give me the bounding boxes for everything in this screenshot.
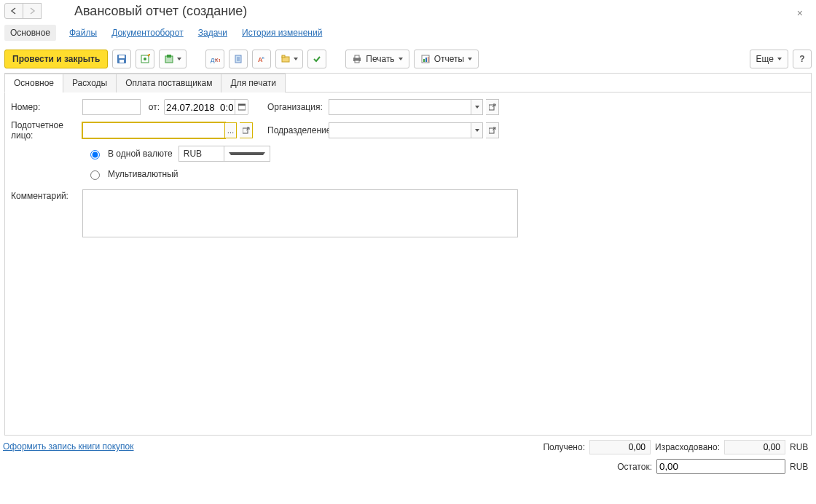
comment-input[interactable] <box>82 189 518 237</box>
multi-currency-radio[interactable] <box>90 170 100 180</box>
navlink-main[interactable]: Основное <box>4 25 56 41</box>
person-label: Подотчетное лицо: <box>11 120 78 141</box>
date-input[interactable] <box>165 100 235 114</box>
person-open-icon[interactable] <box>240 122 253 138</box>
from-label: от: <box>145 102 160 112</box>
navlink-history[interactable]: История изменений <box>240 26 323 39</box>
balance-value <box>656 459 785 474</box>
currency-select[interactable]: RUB <box>178 146 270 162</box>
svg-rect-26 <box>489 105 494 110</box>
print-label: Печать <box>366 54 394 64</box>
dept-label: Подразделение: <box>267 125 324 135</box>
number-label: Номер: <box>11 102 78 112</box>
spent-value <box>724 440 785 454</box>
svg-text:Кт: Кт <box>215 57 220 63</box>
svg-rect-6 <box>167 55 171 58</box>
dept-dropdown-icon[interactable] <box>471 122 483 138</box>
calendar-icon[interactable] <box>235 100 248 114</box>
svg-rect-22 <box>425 58 427 62</box>
forward-button[interactable] <box>23 3 42 19</box>
currency1: RUB <box>790 442 812 452</box>
post-icon[interactable] <box>136 50 154 68</box>
attachments-icon[interactable] <box>275 50 303 68</box>
dept-open-icon[interactable] <box>486 122 499 138</box>
reports-label: Отчеты <box>434 54 464 64</box>
help-button[interactable]: ? <box>793 50 812 68</box>
page-title: Авансовый отчет (создание) <box>74 4 247 19</box>
org-dropdown-icon[interactable] <box>471 99 483 115</box>
currency-dropdown-icon[interactable] <box>224 146 270 161</box>
create-based-on-icon[interactable] <box>159 50 187 68</box>
save-icon[interactable] <box>112 50 131 68</box>
single-currency-radio[interactable] <box>90 150 100 160</box>
printer-icon <box>352 54 362 64</box>
multi-currency-label: Мультивалютный <box>108 169 178 179</box>
svg-rect-25 <box>238 104 246 106</box>
currency-value: RUB <box>179 149 224 159</box>
currency2: RUB <box>790 462 812 472</box>
related-docs-icon[interactable]: Ак <box>252 50 271 68</box>
navlink-tasks[interactable]: Задачи <box>197 26 229 39</box>
person-input[interactable] <box>82 122 225 138</box>
back-button[interactable] <box>4 3 23 19</box>
tab-pay-suppliers[interactable]: Оплата поставщикам <box>116 74 221 92</box>
received-value <box>589 440 651 454</box>
org-input[interactable] <box>329 99 471 115</box>
balance-label: Остаток: <box>617 462 652 472</box>
more-button[interactable]: Еще <box>750 50 788 68</box>
dept-input[interactable] <box>329 122 471 138</box>
svg-rect-18 <box>355 55 359 58</box>
svg-rect-27 <box>243 128 248 133</box>
svg-rect-1 <box>119 55 125 58</box>
navlink-files[interactable]: Файлы <box>68 26 98 39</box>
tab-main[interactable]: Основное <box>4 74 63 92</box>
purchase-book-link[interactable]: Оформить запись книги покупок <box>3 441 134 452</box>
navlink-docflow[interactable]: Документооборот <box>110 26 185 39</box>
reports-button[interactable]: Отчеты <box>414 50 479 68</box>
received-label: Получено: <box>543 442 585 452</box>
dt-kt-icon[interactable]: ДтКт <box>205 50 224 68</box>
close-button[interactable]: × <box>793 6 807 20</box>
svg-rect-2 <box>119 60 124 63</box>
org-label: Организация: <box>267 102 324 112</box>
more-label: Еще <box>756 54 774 64</box>
single-currency-label: В одной валюте <box>108 149 173 159</box>
approve-icon[interactable] <box>307 50 326 68</box>
structure-icon[interactable] <box>229 50 248 68</box>
svg-rect-16 <box>282 55 285 58</box>
svg-point-4 <box>144 58 146 60</box>
spent-label: Израсходовано: <box>655 442 720 452</box>
svg-rect-19 <box>355 60 359 63</box>
tab-for-print[interactable]: Для печати <box>221 74 286 92</box>
svg-rect-28 <box>489 128 494 133</box>
svg-rect-23 <box>428 57 428 62</box>
post-and-close-button[interactable]: Провести и закрыть <box>4 50 108 68</box>
svg-text:к: к <box>262 55 264 60</box>
number-input[interactable] <box>82 99 141 115</box>
print-button[interactable]: Печать <box>345 50 409 68</box>
org-open-icon[interactable] <box>486 99 499 115</box>
svg-rect-21 <box>423 59 425 62</box>
person-select-icon[interactable]: … <box>225 122 237 138</box>
tab-expenses[interactable]: Расходы <box>63 74 117 92</box>
comment-label: Комментарий: <box>11 189 78 201</box>
report-icon <box>420 54 431 64</box>
